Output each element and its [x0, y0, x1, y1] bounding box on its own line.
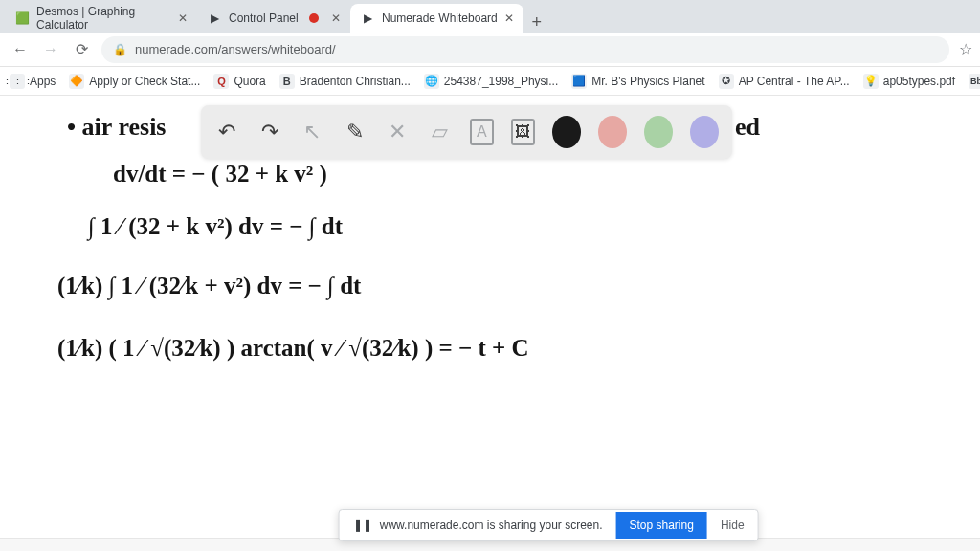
lock-icon: 🔒: [113, 43, 127, 56]
eraser-tool[interactable]: ▱: [427, 118, 452, 146]
address-bar[interactable]: 🔒 numerade.com/answers/whiteboard/: [101, 36, 949, 63]
bookmark-favicon: Bb: [969, 74, 980, 89]
bookmark-apps[interactable]: ⋮⋮⋮Apps: [10, 74, 56, 89]
forward-button[interactable]: →: [40, 41, 61, 58]
bookmark-item[interactable]: 🟦Mr. B's Physics Planet: [571, 74, 704, 89]
pen-tool[interactable]: ✎: [342, 118, 367, 146]
bookmark-favicon: 🌐: [424, 74, 439, 89]
stop-sharing-button[interactable]: Stop sharing: [615, 512, 706, 539]
tab-numerade-whiteboard[interactable]: ▶ Numerade Whiteboard ✕: [350, 4, 523, 33]
tab-title: Control Panel: [229, 11, 299, 25]
back-button[interactable]: ←: [10, 41, 31, 58]
bookmarks-bar: ⋮⋮⋮Apps 🔶Apply or Check Stat... QQuora B…: [0, 67, 980, 96]
bookmark-item[interactable]: QQuora: [213, 74, 265, 89]
bookmark-favicon: B: [279, 74, 295, 89]
handwriting-line: dv/dt = − ( 32 + k v² ): [113, 161, 327, 187]
bookmark-item[interactable]: 🌐254387_1998_Physi...: [424, 74, 558, 89]
color-black[interactable]: [552, 116, 581, 148]
color-red[interactable]: [598, 116, 627, 148]
close-icon[interactable]: ✕: [504, 11, 514, 25]
tab-favicon: ▶: [207, 11, 222, 26]
undo-button[interactable]: ↶: [214, 118, 239, 146]
image-tool[interactable]: 🖼: [511, 119, 535, 145]
pointer-tool[interactable]: ↖: [300, 118, 324, 146]
page-content: ▴ ↶ ↷ ↖ ✎ ✕ ▱ A 🖼 • air resis ed dv/dt =…: [0, 96, 980, 551]
browser-tab-strip: 🟩 Desmos | Graphing Calculator ✕ ▶ Contr…: [0, 0, 980, 33]
shapes-tool[interactable]: ✕: [385, 118, 410, 146]
bookmark-favicon: Q: [213, 74, 229, 89]
bookmark-favicon: 🟦: [571, 74, 587, 89]
hide-share-bar-button[interactable]: Hide: [707, 518, 758, 532]
share-message: www.numerade.com is sharing your screen.: [380, 518, 603, 532]
bookmark-favicon: ✪: [719, 74, 734, 89]
bookmark-item[interactable]: 💡ap05types.pdf: [863, 74, 955, 89]
whiteboard-toolbar: ↶ ↷ ↖ ✎ ✕ ▱ A 🖼: [201, 105, 732, 159]
screen-share-bar: ❚❚www.numerade.com is sharing your scree…: [339, 509, 759, 541]
tab-title: Numerade Whiteboard: [382, 11, 498, 25]
tab-favicon: ▶: [360, 11, 375, 26]
color-blue[interactable]: [690, 116, 719, 148]
apps-icon: ⋮⋮⋮: [10, 74, 25, 89]
new-tab-button[interactable]: +: [523, 12, 550, 33]
handwriting-line: ed: [735, 113, 760, 142]
bookmark-item[interactable]: ✪AP Central - The AP...: [719, 74, 850, 89]
browser-toolbar: ← → ⟳ 🔒 numerade.com/answers/whiteboard/…: [0, 33, 980, 67]
tab-control-panel[interactable]: ▶ Control Panel ✕: [197, 4, 350, 33]
color-green[interactable]: [644, 116, 673, 148]
bookmark-item[interactable]: Bbap review 1.pdf: [969, 74, 980, 89]
pause-icon: ❚❚: [353, 518, 372, 532]
close-icon[interactable]: ✕: [178, 11, 188, 25]
handwriting-line: ∫ 1 ⁄ (32 + k v²) dv = − ∫ dt: [88, 213, 343, 240]
tab-desmos[interactable]: 🟩 Desmos | Graphing Calculator ✕: [6, 4, 197, 33]
text-tool[interactable]: A: [470, 119, 494, 145]
tab-favicon: 🟩: [15, 11, 30, 26]
bookmark-favicon: 💡: [863, 74, 879, 89]
handwriting-line: (1⁄k) ∫ 1 ⁄ (32⁄k + v²) dv = − ∫ dt: [57, 273, 361, 299]
recording-indicator-icon: [309, 13, 319, 23]
reload-button[interactable]: ⟳: [71, 40, 92, 58]
handwriting-line: • air resis: [67, 113, 166, 142]
bookmark-star-icon[interactable]: ☆: [959, 40, 972, 58]
redo-button[interactable]: ↷: [256, 118, 281, 146]
url-text: numerade.com/answers/whiteboard/: [135, 42, 336, 56]
close-icon[interactable]: ✕: [331, 11, 341, 25]
bookmark-item[interactable]: 🔶Apply or Check Stat...: [69, 74, 200, 89]
bookmark-favicon: 🔶: [69, 74, 84, 89]
tab-title: Desmos | Graphing Calculator: [36, 5, 171, 32]
handwriting-line: (1⁄k) ( 1 ⁄ √(32⁄k) ) arctan( v ⁄ √(32⁄k…: [57, 335, 529, 362]
bookmark-item[interactable]: BBradenton Christian...: [279, 74, 411, 89]
